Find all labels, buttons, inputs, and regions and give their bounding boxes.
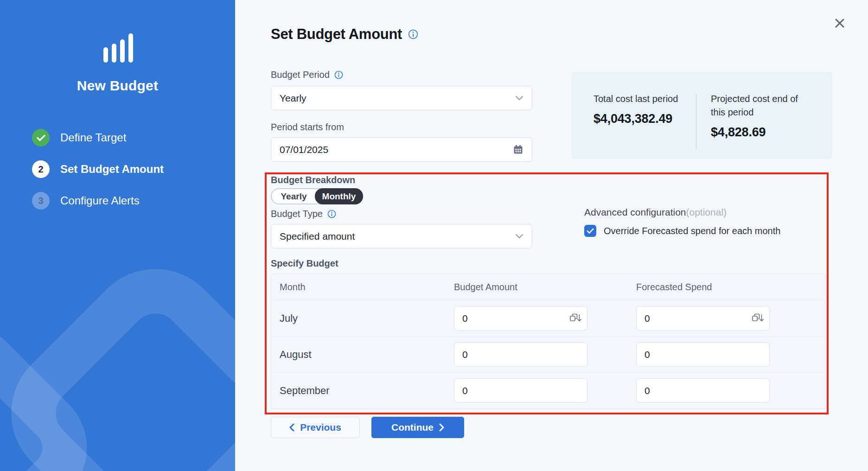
- budget-period-value: Yearly: [280, 93, 515, 104]
- forecasted-spend-input[interactable]: [637, 379, 769, 402]
- page-title-text: Set Budget Amount: [271, 26, 402, 43]
- advanced-configuration: Advanced configuration(optional) Overrid…: [584, 207, 780, 237]
- budget-period-label: Budget Period: [271, 70, 343, 80]
- summary-value: $4,043,382.49: [594, 112, 696, 126]
- column-header-forecasted-spend: Forecasted Spend: [636, 282, 826, 293]
- wizard-sidebar: New Budget Define Target 2 Set Budget Am…: [0, 0, 235, 471]
- previous-button-label: Previous: [300, 422, 341, 433]
- month-cell: September: [271, 385, 454, 397]
- summary-value: $4,828.69: [711, 125, 806, 140]
- chevron-down-icon: [515, 95, 523, 101]
- step-label: Set Budget Amount: [60, 163, 164, 176]
- forecasted-spend-field: [636, 306, 770, 331]
- table-row: August: [271, 337, 826, 373]
- step-number: 3: [32, 192, 50, 210]
- period-starts-value: 07/01/2025: [280, 144, 513, 155]
- advanced-title-text: Advanced configuration: [584, 207, 686, 217]
- advanced-configuration-title: Advanced configuration(optional): [584, 207, 780, 218]
- table-row: September: [271, 373, 826, 409]
- column-header-month: Month: [271, 282, 454, 293]
- forecasted-spend-input[interactable]: [637, 343, 769, 366]
- override-forecast-label: Override Forecasted spend for each month: [604, 226, 780, 236]
- chevron-left-icon: [289, 423, 294, 432]
- budget-amount-field: [454, 306, 587, 331]
- period-starts-label: Period starts from: [271, 122, 344, 133]
- summary-label: Projected cost end of this period: [711, 92, 806, 119]
- step-configure-alerts[interactable]: 3 Configure Alerts: [32, 192, 164, 210]
- specify-budget-table: Month Budget Amount Forecasted Spend Jul…: [271, 274, 827, 409]
- override-forecast-checkbox[interactable]: [584, 225, 596, 237]
- table-header-row: Month Budget Amount Forecasted Spend: [271, 274, 826, 300]
- page-title: Set Budget Amount: [271, 26, 418, 43]
- calendar-icon[interactable]: [513, 144, 523, 155]
- info-icon[interactable]: [327, 210, 336, 218]
- budget-type-label: Budget Type: [271, 209, 336, 219]
- set-budget-amount-panel: Set Budget Amount Budget Period Yearly P…: [235, 0, 868, 471]
- toggle-monthly[interactable]: Monthly: [315, 188, 363, 204]
- step-set-budget-amount[interactable]: 2 Set Budget Amount: [32, 160, 164, 178]
- period-starts-input[interactable]: 07/01/2025: [271, 137, 532, 162]
- budget-amount-field: [454, 378, 587, 403]
- budget-type-select[interactable]: Specified amount: [271, 224, 532, 248]
- copy-down-icon[interactable]: [751, 313, 764, 323]
- table-row: July: [271, 300, 826, 337]
- period-starts-label-text: Period starts from: [271, 122, 344, 133]
- column-header-budget-amount: Budget Amount: [454, 282, 636, 293]
- bar-chart-logo: [103, 33, 133, 63]
- continue-button[interactable]: Continue: [371, 417, 464, 438]
- month-cell: August: [271, 349, 454, 361]
- watermark-pattern: [0, 244, 235, 471]
- month-cell: July: [271, 312, 454, 325]
- cost-summary-card: Total cost last period $4,043,382.49 Pro…: [571, 72, 832, 159]
- budget-type-label-text: Budget Type: [271, 209, 323, 219]
- total-cost-last-period: Total cost last period $4,043,382.49: [594, 92, 696, 159]
- optional-text: (optional): [686, 207, 727, 217]
- chevron-right-icon: [439, 423, 444, 432]
- budget-amount-field: [454, 342, 587, 367]
- toggle-yearly[interactable]: Yearly: [272, 189, 316, 204]
- budget-amount-input[interactable]: [454, 306, 587, 330]
- step-label: Define Target: [60, 131, 126, 144]
- budget-period-select[interactable]: Yearly: [271, 86, 532, 110]
- specify-budget-label: Specify Budget: [271, 258, 338, 269]
- info-icon[interactable]: [408, 29, 418, 39]
- budget-type-value: Specified amount: [280, 231, 515, 242]
- budget-period-label-text: Budget Period: [271, 70, 330, 80]
- close-icon[interactable]: [834, 15, 849, 31]
- step-number: 2: [32, 160, 50, 178]
- wizard-steps: Define Target 2 Set Budget Amount 3 Conf…: [32, 129, 164, 223]
- summary-label: Total cost last period: [594, 92, 689, 106]
- chevron-down-icon: [515, 234, 523, 239]
- projected-cost-end: Projected cost end of this period $4,828…: [696, 92, 806, 159]
- budget-breakdown-label: Budget Breakdown: [271, 175, 355, 185]
- previous-button[interactable]: Previous: [271, 417, 360, 438]
- continue-button-label: Continue: [391, 422, 434, 433]
- breakdown-toggle: Yearly Monthly: [271, 188, 363, 204]
- step-check-icon: [32, 129, 50, 146]
- forecasted-spend-field: [636, 378, 770, 403]
- budget-amount-input[interactable]: [454, 343, 587, 366]
- forecasted-spend-input[interactable]: [637, 306, 769, 330]
- wizard-title: New Budget: [0, 78, 235, 94]
- forecasted-spend-field: [636, 342, 770, 367]
- budget-amount-input[interactable]: [454, 379, 587, 402]
- copy-down-icon[interactable]: [569, 313, 581, 323]
- step-label: Configure Alerts: [60, 194, 140, 207]
- info-icon[interactable]: [334, 70, 343, 79]
- step-define-target[interactable]: Define Target: [32, 129, 164, 146]
